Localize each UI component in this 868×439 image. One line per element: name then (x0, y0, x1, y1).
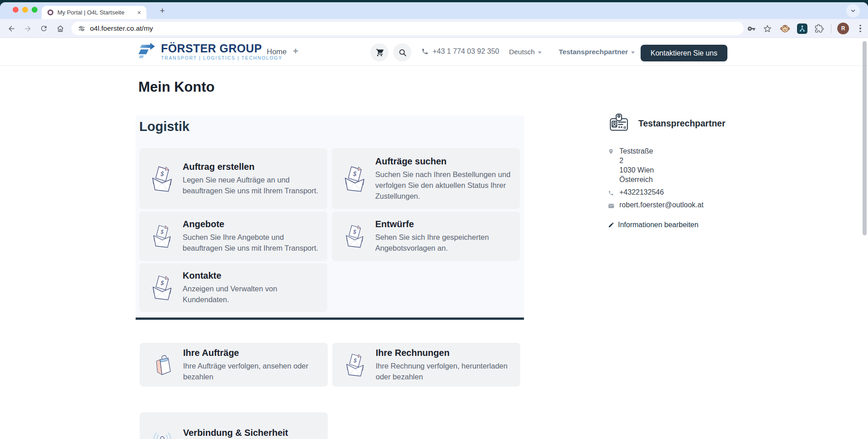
card-verbindung-sicherheit[interactable]: Verbindung & Sicherheit (140, 412, 328, 439)
card-title: Aufträge suchen (375, 156, 511, 167)
card-title: Kontakte (183, 271, 318, 281)
minimize-window-button[interactable] (22, 7, 28, 13)
card-angebote[interactable]: $ Angebote Suchen Sie Ihre Angebote und … (139, 211, 327, 261)
tab-search-button[interactable] (846, 4, 860, 18)
card-title: Auftrag erstellen (183, 162, 318, 172)
monkey-icon (780, 23, 790, 34)
puzzle-icon (815, 24, 824, 33)
home-button[interactable] (54, 23, 66, 34)
card-title: Ihre Aufträge (183, 348, 319, 358)
browser-tab[interactable]: My Portal | O4L Startseite × (42, 6, 146, 19)
contact-summary: Testansprechpartner Teststraße 2 1030 Wi… (608, 112, 739, 229)
password-manager-button[interactable] (746, 23, 757, 34)
chevron-down-icon (850, 8, 856, 14)
extensions-button[interactable] (814, 23, 825, 34)
cart-button[interactable] (370, 43, 388, 61)
address-line: 2 (619, 156, 654, 165)
foerster-logo-icon (138, 42, 157, 60)
phone-icon (608, 187, 615, 198)
location-pin-icon (608, 146, 615, 184)
reload-button[interactable] (38, 23, 50, 34)
card-ihre-auftraege[interactable]: Ihre Aufträge Ihre Aufträge verfolgen, a… (140, 343, 328, 387)
card-auftrag-erstellen[interactable]: $ Auftrag erstellen Legen Sie neue Auftr… (139, 148, 327, 209)
phone-icon (421, 48, 429, 55)
logistik-cards: $ Auftrag erstellen Legen Sie neue Auftr… (139, 148, 520, 312)
envelope-dollar-icon: $ (342, 352, 368, 378)
tab-strip: My Portal | O4L Startseite × + (0, 2, 868, 19)
nav-home-link[interactable]: Home (267, 47, 287, 56)
back-button[interactable] (5, 23, 17, 34)
close-window-button[interactable] (13, 7, 19, 13)
browser-menu-button[interactable] (856, 23, 864, 34)
card-desc: Legen Sie neue Aufträge an und beauftrag… (183, 174, 318, 196)
card-desc: Anzeigen und Verwalten von Kundendaten. (183, 283, 318, 305)
card-desc: Sehen Sie sich Ihre gespeicherten Angebo… (375, 232, 511, 253)
key-icon (747, 24, 756, 33)
contact-email[interactable]: robert.foerster@outlook.at (619, 200, 703, 211)
site-header: FÖRSTER GROUP TRANSPORT | LOGISTICS | TE… (0, 38, 868, 66)
address-line: Österreich (619, 175, 654, 184)
zoom-window-button[interactable] (32, 7, 38, 13)
site-settings-tune-icon (78, 25, 85, 33)
cart-icon (375, 48, 384, 57)
new-tab-button[interactable]: + (156, 5, 168, 17)
toolbar-divider (831, 24, 831, 33)
reload-icon (40, 24, 48, 33)
star-icon (763, 24, 772, 33)
nav-more-button[interactable]: + (293, 46, 298, 56)
teal-extension-button[interactable] (797, 23, 807, 34)
chevron-down-icon (538, 51, 542, 54)
shopping-bag-icon (150, 353, 175, 377)
contact-phone-number: +4322132546 (619, 187, 664, 198)
odoo-favicon-icon (47, 9, 53, 15)
window-controls (13, 7, 38, 13)
card-ihre-rechnungen[interactable]: $ Ihre Rechnungen Ihre Rechnung verfolge… (332, 343, 520, 387)
contact-us-button[interactable]: Kontaktieren Sie uns (641, 45, 727, 61)
card-title: Verbindung & Sicherheit (183, 428, 288, 438)
tab-title: My Portal | O4L Startseite (57, 9, 137, 16)
page-scrollbar-thumb[interactable] (863, 41, 867, 235)
logo-title: FÖRSTER GROUP (161, 42, 283, 54)
forward-button[interactable] (22, 23, 33, 34)
envelope-dollar-icon: $ (342, 165, 367, 193)
pencil-icon (608, 222, 614, 228)
contact-name: Testansprechpartner (638, 118, 726, 129)
browser-toolbar: o4l.foerster.co.at/my (0, 19, 868, 38)
tab-close-icon[interactable]: × (137, 9, 142, 16)
id-badge-icon (608, 112, 630, 134)
antenna-signal-icon (150, 425, 175, 439)
card-title: Ihre Rechnungen (376, 348, 511, 358)
logistik-heading: Logistik (139, 119, 189, 134)
monkey-extension-button[interactable] (779, 23, 790, 34)
card-auftraege-suchen[interactable]: $ Aufträge suchen Suchen Sie nach Ihren … (332, 148, 520, 209)
search-button[interactable] (393, 43, 411, 61)
portal-page: FÖRSTER GROUP TRANSPORT | LOGISTICS | TE… (0, 38, 868, 439)
edit-information-link[interactable]: Informationen bearbeiten (608, 221, 739, 229)
card-entwuerfe[interactable]: $ Entwürfe Sehen Sie sich Ihre gespeiche… (332, 211, 520, 261)
browser-window: My Portal | O4L Startseite × + o4l.foe (0, 2, 868, 439)
contact-phone: +4322132546 (608, 187, 739, 198)
envelope-dollar-icon: $ (149, 274, 175, 301)
home-icon (56, 24, 65, 33)
header-phone-link[interactable]: +43 1 774 03 92 350 (421, 47, 499, 56)
user-menu-dropdown[interactable]: Testansprechpartner (559, 48, 635, 56)
bookmark-button[interactable] (762, 23, 773, 34)
branch-extension-icon (797, 23, 807, 34)
address-line: Teststraße (619, 146, 654, 156)
envelope-dollar-icon: $ (342, 224, 367, 249)
language-dropdown[interactable]: Deutsch (509, 48, 542, 56)
address-line: 1030 Wien (619, 165, 654, 175)
card-kontakte[interactable]: $ Kontakte Anzeigen und Verwalten von Ku… (139, 263, 327, 312)
card-title: Entwürfe (375, 219, 511, 229)
url-text: o4l.foerster.co.at/my (90, 24, 153, 33)
card-title: Angebote (183, 219, 318, 229)
edit-information-label: Informationen bearbeiten (618, 221, 698, 229)
logo-subtitle: TRANSPORT | LOGISTICS | TECHNOLOGY (161, 55, 283, 61)
user-menu-label: Testansprechpartner (559, 48, 628, 56)
header-phone-number: +43 1 774 03 92 350 (433, 47, 499, 56)
card-desc: Ihre Aufträge verfolgen, ansehen oder be… (183, 360, 319, 382)
contact-address: Teststraße 2 1030 Wien Österreich (608, 146, 739, 184)
foerster-group-logo[interactable]: FÖRSTER GROUP TRANSPORT | LOGISTICS | TE… (138, 42, 283, 61)
address-bar[interactable]: o4l.foerster.co.at/my (71, 22, 744, 35)
profile-avatar[interactable]: R (837, 23, 849, 34)
